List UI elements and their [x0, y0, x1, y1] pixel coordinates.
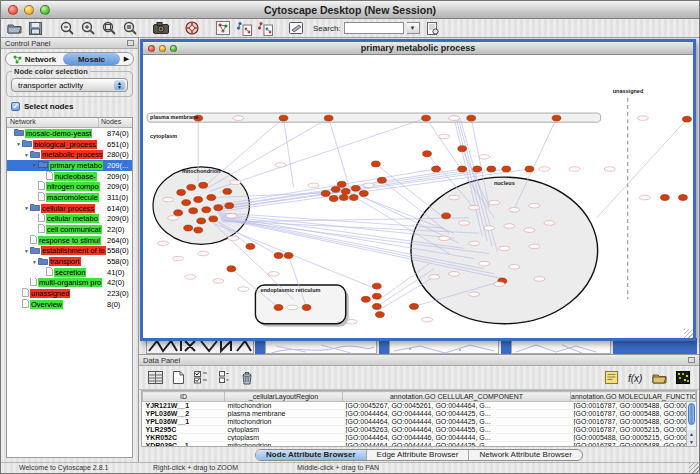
- network-node[interactable]: [207, 195, 216, 201]
- network-edge[interactable]: [203, 118, 283, 187]
- network-graph[interactable]: plasma membranecytoplasmmitochondrionnuc…: [143, 55, 693, 338]
- network-node[interactable]: [187, 184, 196, 190]
- frame-resize-grip[interactable]: [684, 329, 693, 338]
- table-column-header[interactable]: _cellularLayoutRegion: [225, 392, 343, 402]
- formula-builder-button[interactable]: f(x): [625, 369, 645, 387]
- network-node[interactable]: [194, 197, 203, 203]
- tree-expander-icon[interactable]: ▼: [31, 162, 38, 168]
- network-node[interactable]: [432, 166, 441, 172]
- tree-row-secretion[interactable]: secretion41(0): [7, 267, 132, 278]
- network-node[interactable]: [225, 203, 234, 209]
- network-node[interactable]: [361, 296, 370, 302]
- network-node[interactable]: [351, 185, 360, 191]
- network-node[interactable]: [223, 188, 232, 194]
- network-node[interactable]: [337, 181, 346, 187]
- tab-network[interactable]: Network: [6, 53, 63, 65]
- network-node[interactable]: [174, 210, 183, 216]
- network-node[interactable]: [660, 195, 669, 201]
- node-color-dropdown[interactable]: transporter activity ▲▼: [11, 78, 128, 92]
- network-node[interactable]: [197, 218, 206, 224]
- network-node[interactable]: [324, 115, 333, 121]
- network-node[interactable]: [209, 216, 218, 222]
- network-node[interactable]: [189, 208, 198, 214]
- network-node[interactable]: [375, 312, 384, 318]
- network-view-titlebar[interactable]: primary metabolic process: [143, 42, 693, 55]
- table-cell[interactable]: cytoplasm: [225, 434, 343, 442]
- table-cell[interactable]: [GO:0044464, GO:0044444, GO:0044425, G..…: [343, 410, 571, 418]
- float-panel-icon[interactable]: [127, 40, 134, 46]
- tree-col-nodes[interactable]: Nodes: [99, 118, 132, 127]
- tree-row-cellular-metabo[interactable]: cellular metabo209(0): [7, 214, 132, 225]
- tree-row-cellular-process[interactable]: ▼cellular process614(0): [7, 203, 132, 214]
- network-node[interactable]: [199, 182, 208, 188]
- network-node[interactable]: [214, 205, 223, 211]
- network-node[interactable]: [525, 166, 534, 172]
- table-cell[interactable]: [GO:0016787, GO:0005488, GO:0005215, G..…: [571, 402, 696, 410]
- network-canvas[interactable]: plasma membranecytoplasmmitochondrionnuc…: [143, 55, 693, 338]
- help-button[interactable]: [182, 20, 201, 36]
- unselect-attributes-button[interactable]: [214, 369, 234, 387]
- background-window-fragment[interactable]: [265, 340, 377, 354]
- network-node[interactable]: [182, 200, 191, 206]
- tab-mosaic[interactable]: Mosaic: [63, 53, 120, 65]
- table-cell[interactable]: [GO:0044464, GO:0044446, GO:0044444, G..…: [343, 434, 571, 442]
- network-node[interactable]: [372, 283, 381, 289]
- network-node[interactable]: [184, 225, 193, 231]
- network-node[interactable]: [177, 189, 186, 195]
- network-node[interactable]: [371, 161, 380, 167]
- network-node[interactable]: [502, 166, 511, 172]
- search-input[interactable]: [344, 22, 404, 34]
- delete-attribute-button[interactable]: [237, 369, 257, 387]
- zoom-out-button[interactable]: [57, 20, 76, 36]
- zoom-fit-button[interactable]: [99, 20, 118, 36]
- tree-row-metabolic-process[interactable]: ▼metabolic process280(0): [7, 149, 132, 160]
- tree-expander-icon[interactable]: ▼: [31, 259, 38, 265]
- table-cell[interactable]: [GO:0045267, GO:0045261, GO:0044464, G..…: [343, 402, 571, 410]
- network-node[interactable]: [274, 305, 283, 311]
- tab-edge-attribute-browser[interactable]: Edge Attribute Browser: [367, 450, 470, 460]
- tree-row-primary-metabo[interactable]: ▼primary metabo209(...: [7, 160, 132, 171]
- tree-row-macromolecule[interactable]: macromolecule311(0): [7, 192, 132, 203]
- table-cell[interactable]: [GO:0044464, GO:0044444, GO:0044425, G..…: [343, 442, 571, 448]
- tab-node-attribute-browser[interactable]: Node Attribute Browser: [256, 450, 367, 460]
- tab-network-attribute-browser[interactable]: Network Attribute Browser: [469, 450, 581, 460]
- network-edge[interactable]: [213, 169, 436, 206]
- table-cell[interactable]: [GO:0016787, GO:0005488, GO:0005215, G..…: [571, 442, 696, 448]
- tree-row-overview[interactable]: Overview8(0): [7, 299, 132, 310]
- network-node[interactable]: [349, 195, 358, 201]
- table-cell[interactable]: YDR039C__1: [143, 442, 225, 448]
- table-cell[interactable]: YKR052C: [143, 434, 225, 442]
- annotation-button[interactable]: [286, 20, 305, 36]
- save-session-button[interactable]: [26, 20, 45, 36]
- table-cell[interactable]: YPL036W__2: [143, 410, 225, 418]
- table-column-header[interactable]: ID: [143, 392, 225, 402]
- zoom-in-button[interactable]: [78, 20, 97, 36]
- table-row[interactable]: YJR121W__1mitochondrion[GO:0045267, GO:0…: [143, 402, 696, 410]
- attribute-table-header-row[interactable]: ID_cellularLayoutRegionannotation.GO CEL…: [143, 392, 696, 402]
- tree-col-network[interactable]: Network: [7, 118, 99, 127]
- network-node[interactable]: [321, 190, 330, 196]
- tree-expander-icon[interactable]: ▼: [23, 248, 30, 254]
- network-node[interactable]: [331, 186, 340, 192]
- tree-row-unassigned[interactable]: unassigned223(0): [7, 288, 132, 299]
- network-edge[interactable]: [205, 118, 328, 189]
- network-node[interactable]: [487, 166, 496, 172]
- tree-row-nucleobase-[interactable]: nucleobase-209(0): [7, 171, 132, 182]
- scrollbar-arrows[interactable]: ▲▼: [687, 430, 696, 446]
- tree-row-nitrogen-compo[interactable]: nitrogen compo209(0): [7, 181, 132, 192]
- network-node[interactable]: [442, 213, 451, 219]
- network-node[interactable]: [410, 303, 419, 309]
- network-node[interactable]: [302, 305, 311, 311]
- attribute-table-button[interactable]: [145, 369, 165, 387]
- table-row[interactable]: YPL036W__1mitochondrion[GO:0044464, GO:0…: [143, 418, 696, 426]
- tree-row-multi-organism-pro[interactable]: multi-organism pro42(0): [7, 278, 132, 289]
- network-node[interactable]: [246, 243, 255, 249]
- network-node[interactable]: [377, 177, 386, 183]
- network-edge[interactable]: [284, 118, 294, 187]
- table-row[interactable]: YKR052Ccytoplasm[GO:0044464, GO:0044446,…: [143, 434, 696, 442]
- table-cell[interactable]: mitochondrion: [225, 418, 343, 426]
- table-vertical-scrollbar[interactable]: ▲▼: [686, 402, 696, 446]
- network-node[interactable]: [227, 266, 236, 272]
- create-view-button[interactable]: [213, 20, 232, 36]
- network-edge[interactable]: [329, 118, 349, 185]
